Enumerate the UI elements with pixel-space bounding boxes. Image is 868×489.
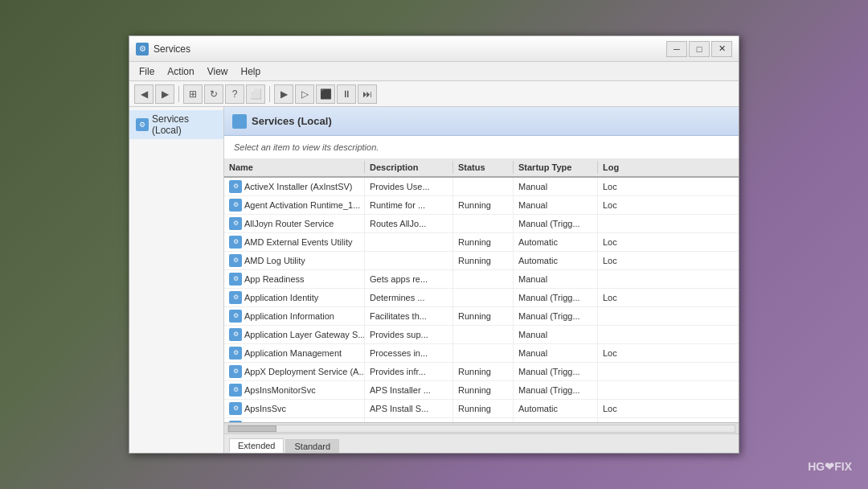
left-panel: ⚙ Services (Local) [129,107,224,453]
service-name-1: ⚙Agent Activation Runtime_1... [224,196,365,214]
table-row[interactable]: ⚙AMD External Events Utility Running Aut… [224,233,739,252]
stop-button[interactable]: ⬛ [316,84,335,104]
service-startup-9: Manual [514,344,598,362]
maximize-button[interactable]: □ [689,41,710,57]
service-status-12: Running [453,400,514,417]
resume-button[interactable]: ▷ [295,84,314,104]
services-local-label: Services (Local) [152,113,217,136]
table-row[interactable]: ⚙AMD Log Utility Running Automatic Loc [224,252,739,270]
menu-action[interactable]: Action [161,64,200,79]
main-window: ⚙ Services ─ □ ✕ File Action View Help ◀… [129,35,739,454]
service-log-10 [598,363,630,380]
scroll-track[interactable] [227,425,735,433]
service-log-4: Loc [598,252,630,269]
col-header-startup[interactable]: Startup Type [514,161,598,174]
service-desc-9: Processes in... [365,344,453,362]
table-row[interactable]: ⚙Application Layer Gateway S... Provides… [224,326,739,344]
restart-button[interactable]: ⏭ [358,84,377,104]
service-status-5 [453,270,514,288]
service-status-0 [453,178,514,195]
view-button[interactable]: ⊞ [183,84,203,104]
col-header-desc[interactable]: Description [365,161,453,174]
table-row[interactable]: ⚙ActiveX Installer (AxInstSV) Provides U… [224,178,739,196]
service-log-8 [598,326,630,343]
service-name-0: ⚙ActiveX Installer (AxInstSV) [224,178,365,195]
horizontal-scrollbar[interactable] [224,422,739,434]
service-name-8: ⚙Application Layer Gateway S... [224,326,365,343]
table-row[interactable]: ⚙Application Information Facilitates th.… [224,307,739,326]
service-startup-4: Automatic [514,252,598,269]
service-icon-2: ⚙ [229,217,242,230]
tab-standard[interactable]: Standard [285,439,339,453]
col-header-log[interactable]: Log [598,161,630,174]
service-desc-4 [365,252,453,269]
table-header: Name Description Status Startup Type Log [224,158,739,178]
service-icon-8: ⚙ [229,328,242,341]
service-log-7 [598,307,630,325]
service-startup-7: Manual (Trigg... [514,307,598,325]
table-row[interactable]: ⚙AllJoyn Router Service Routes AllJo... … [224,215,739,233]
table-row[interactable]: ⚙App Readiness Gets apps re... Manual [224,270,739,289]
menu-file[interactable]: File [133,64,161,79]
service-startup-5: Manual [514,270,598,288]
select-text: Select an item to view its description. [224,136,739,158]
service-icon-9: ⚙ [229,347,242,360]
service-icon-4: ⚙ [229,254,242,267]
close-button[interactable]: ✕ [711,41,732,57]
service-desc-12: APS Install S... [365,400,453,417]
service-name-3: ⚙AMD External Events Utility [224,233,365,251]
service-name-5: ⚙App Readiness [224,270,365,288]
service-startup-1: Manual [514,196,598,214]
service-desc-2: Routes AllJo... [365,215,453,232]
export-button[interactable]: ⬜ [246,84,265,104]
help-btn[interactable]: ? [225,84,244,104]
services-local-icon: ⚙ [136,118,149,131]
service-log-11 [598,381,630,399]
service-desc-10: Provides infr... [365,363,453,380]
pause-button[interactable]: ⏸ [337,84,356,104]
service-status-2 [453,215,514,232]
table-row[interactable]: ⚙AppX Deployment Service (A... Provides … [224,363,739,381]
service-desc-5: Gets apps re... [365,270,453,288]
service-icon-3: ⚙ [229,236,242,249]
service-icon-7: ⚙ [229,310,242,323]
service-status-8 [453,326,514,343]
service-status-9 [453,344,514,362]
table-row[interactable]: ⚙Application Identity Determines ... Man… [224,289,739,307]
service-log-2 [598,215,630,232]
content-area: ⚙ Services (Local) Services (Local) Sele… [129,107,739,453]
title-bar: ⚙ Services ─ □ ✕ [129,36,739,62]
service-startup-12: Automatic [514,400,598,417]
table-row[interactable]: ⚙ApsInsSvc APS Install S... Running Auto… [224,400,739,418]
table-row[interactable]: ⚙Agent Activation Runtime_1... Runtime f… [224,196,739,215]
service-desc-6: Determines ... [365,289,453,306]
service-status-1: Running [453,196,514,214]
menu-help[interactable]: Help [235,64,268,79]
service-name-4: ⚙AMD Log Utility [224,252,365,269]
tab-extended[interactable]: Extended [229,438,284,453]
service-name-10: ⚙AppX Deployment Service (A... [224,363,365,380]
window-title: Services [154,43,190,55]
minimize-button[interactable]: ─ [666,41,687,57]
start-button[interactable]: ▶ [274,84,293,104]
forward-button[interactable]: ▶ [155,84,174,104]
table-row[interactable]: ⚙Application Management Processes in... … [224,344,739,363]
service-startup-2: Manual (Trigg... [514,215,598,232]
service-icon-5: ⚙ [229,273,242,286]
title-buttons: ─ □ ✕ [666,41,732,57]
service-log-0: Loc [598,178,630,195]
menu-view[interactable]: View [201,64,235,79]
scroll-thumb[interactable] [228,425,276,432]
col-header-status[interactable]: Status [453,161,514,174]
table-row[interactable]: ⚙ApsInsMonitorSvc APS Installer ... Runn… [224,381,739,400]
back-button[interactable]: ◀ [134,84,154,104]
service-icon-12: ⚙ [229,402,242,415]
refresh-button[interactable]: ↻ [204,84,223,104]
service-startup-0: Manual [514,178,598,195]
table-body: ⚙ActiveX Installer (AxInstSV) Provides U… [224,178,739,422]
service-name-7: ⚙Application Information [224,307,365,325]
col-header-name[interactable]: Name [224,161,365,174]
services-local-item[interactable]: ⚙ Services (Local) [129,110,223,139]
service-startup-10: Manual (Trigg... [514,363,598,380]
service-status-3: Running [453,233,514,251]
